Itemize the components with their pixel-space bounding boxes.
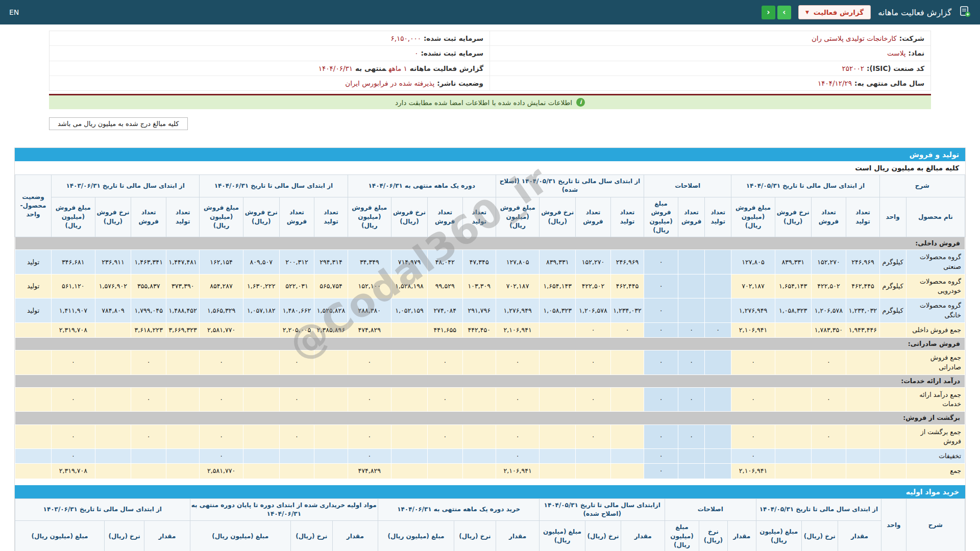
info-row: شرکت:کارخانجات تولیدی پلاستی رانسرمایه ث…	[50, 31, 930, 46]
value-cell: ۱,۴۱۱,۹۰۷	[52, 298, 95, 323]
value-cell: ۰	[348, 350, 391, 375]
page-title: گزارش فعالیت ماهانه	[878, 8, 951, 17]
value-cell	[576, 449, 611, 464]
top-bar: گزارش فعالیت ماهانه گزارش فعالیت ▼ › ‹ E…	[0, 0, 980, 24]
value-cell: ۰	[496, 424, 540, 449]
value-cell: ۲۴۶,۹۶۹	[846, 250, 879, 274]
status-cell	[15, 350, 52, 375]
value-cell: ۴۷۴,۸۲۹	[348, 464, 391, 479]
info-cell-right: کد صنعت (ISIC):۲۵۲۰۰۲	[490, 61, 930, 76]
value-cell	[243, 322, 279, 337]
value-cell: ۰	[131, 424, 166, 449]
unit-cell	[879, 387, 906, 412]
section-row: برگشت از فروش:	[15, 412, 965, 424]
value-cell: ۰	[678, 350, 705, 375]
column-header: مبلغ (میلیون ریال)	[378, 521, 454, 551]
value-cell	[540, 350, 576, 375]
nav-forward-button[interactable]: ›	[777, 6, 791, 19]
value-cell: ۰	[811, 350, 846, 375]
value-cell	[610, 464, 644, 479]
column-header: تعداد فروش	[576, 197, 611, 237]
value-cell	[391, 464, 428, 479]
value-cell: ۰	[678, 322, 705, 337]
column-header: اصلاحات	[665, 498, 756, 521]
language-toggle-en[interactable]: EN	[9, 8, 19, 16]
banner-text: اطلاعات نمایش داده شده با اطلاعات امضا ش…	[395, 98, 572, 107]
raw-materials-table: شرحواحداز ابتدای سال مالی تا تاریخ ۱۴۰۴/…	[15, 498, 965, 551]
value-cell	[314, 387, 348, 412]
nav-back-button[interactable]: ‹	[762, 6, 775, 19]
value-cell: ۰	[279, 387, 314, 412]
value-cell: ۰	[52, 424, 95, 449]
value-cell: ۲,۲۰۵,۰۰۵	[279, 322, 314, 337]
value-cell	[678, 298, 705, 323]
value-cell	[243, 387, 279, 412]
status-cell	[15, 449, 52, 464]
value-cell: ۰	[576, 424, 611, 449]
report-type-dropdown[interactable]: گزارش فعالیت ▼	[798, 5, 871, 19]
value-cell: ۰	[279, 350, 314, 375]
value-cell: ۱,۲۰۶,۵۷۸	[576, 298, 611, 323]
column-header: مبلغ فروش (میلیون ریال)	[731, 197, 775, 237]
value-cell	[610, 449, 644, 464]
column-header: تعداد فروش	[678, 197, 705, 237]
unit-cell	[879, 350, 906, 375]
value-cell: ۰	[644, 449, 678, 464]
value-cell: ۰	[52, 350, 95, 375]
page: { "topbar": { "title": "گزارش فعالیت ماه…	[0, 0, 980, 551]
info-label: شرکت:	[899, 34, 924, 42]
value-cell	[540, 322, 576, 337]
column-header: از ابتدای سال مالی تا تاریخ ۱۴۰۴/۰۵/۳۱	[731, 175, 879, 197]
value-cell: ۰	[427, 424, 462, 449]
value-cell	[314, 350, 348, 375]
table-row: تخفیفات۰۰۰۰۰۰	[15, 449, 965, 464]
value-cell	[775, 322, 811, 337]
value-cell	[95, 350, 131, 375]
value-cell: ۰	[52, 449, 95, 464]
value-cell	[540, 387, 576, 412]
value-cell: ۰	[731, 350, 775, 375]
value-cell: ۰	[200, 350, 243, 375]
value-cell: ۲۹۱,۷۹۶	[462, 298, 496, 323]
value-cell: ۱,۲۳۴,۰۳۲	[610, 298, 644, 323]
value-cell: ۰	[644, 250, 678, 274]
section-label: فروش داخلی:	[15, 237, 965, 250]
value-cell: ۳۴,۳۴۹	[348, 250, 391, 274]
column-header: مقدار	[838, 521, 881, 551]
monthly-report-icon	[959, 5, 971, 19]
column-header: شرح	[879, 175, 965, 197]
value-cell: ۰	[496, 449, 540, 464]
value-cell: ۰	[678, 387, 705, 412]
value-cell: ۰	[731, 424, 775, 449]
info-row: نماد:پلاستسرمایه ثبت نشده:۰	[50, 46, 930, 61]
value-cell: ۷۸۴,۸۰۹	[95, 298, 131, 323]
value-cell: ۱,۰۵۸,۳۲۳	[540, 298, 576, 323]
value-cell: ۵۲۲,۰۳۱	[279, 274, 314, 298]
value-cell: ۳۴۶,۶۸۱	[52, 250, 95, 274]
production-sales-header: تولید و فروش	[15, 148, 965, 161]
info-label: منتهی به	[355, 64, 386, 72]
value-cell	[678, 464, 705, 479]
value-cell	[705, 274, 731, 298]
value-cell	[775, 449, 811, 464]
value-cell	[462, 424, 496, 449]
row-label: گروه محصولات خانگی	[906, 298, 965, 323]
status-cell	[15, 424, 52, 449]
value-cell: ۰	[811, 424, 846, 449]
value-cell: ۰	[576, 322, 611, 337]
column-header: مبلغ فروش (میلیون ریال)	[644, 197, 678, 237]
info-label: سرمایه ثبت شده:	[424, 34, 483, 42]
value-cell: ۲۷۴,۰۸۴	[427, 298, 462, 323]
table-row: گروه محصولات خودروییکیلوگرم۴۶۲,۴۴۵۴۲۲,۵۰…	[15, 274, 965, 298]
value-cell: ۱,۷۸۳,۳۵۰	[811, 322, 846, 337]
info-cell-right: نماد:پلاست	[490, 46, 930, 60]
column-header: نرخ (ریال)	[290, 521, 332, 551]
column-header: خرید دوره یک ماهه منتهی به ۱۴۰۴/۰۶/۳۱	[378, 498, 540, 521]
value-cell	[243, 424, 279, 449]
column-header: مبلغ (میلیون ریال)	[540, 521, 585, 551]
value-cell: ۳,۶۱۸,۲۲۳	[131, 322, 166, 337]
value-cell	[427, 449, 462, 464]
row-label: جمع درآمد ارائه خدمات	[906, 387, 965, 412]
column-header: نرخ (ریال)	[699, 521, 727, 551]
value-cell: ۰	[496, 350, 540, 375]
